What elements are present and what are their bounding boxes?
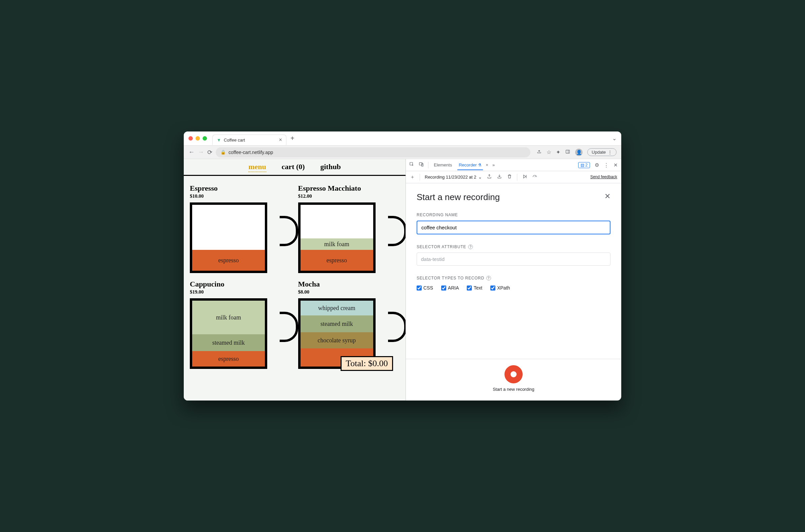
- product-title: Espresso: [190, 184, 291, 193]
- selector-attribute-label: SELECTOR ATTRIBUTE ?: [417, 245, 610, 249]
- url-input[interactable]: 🔒 coffee-cart.netlify.app: [216, 147, 530, 157]
- svg-rect-3: [419, 163, 422, 165]
- replay-speed-icon[interactable]: [532, 174, 537, 180]
- product-price: $12.00: [298, 193, 400, 199]
- tab-elements[interactable]: Elements: [433, 160, 453, 170]
- cup-illustration: milk foam espresso: [298, 203, 376, 273]
- chevron-down-icon: ⌄: [478, 174, 482, 179]
- recording-name-input[interactable]: [417, 221, 610, 234]
- extensions-icon[interactable]: ✦: [556, 149, 560, 155]
- close-tab-icon[interactable]: ×: [279, 137, 282, 143]
- selector-types-checks: CSS ARIA Text XPath: [417, 285, 610, 290]
- recorder-footer: Start a new recording: [406, 359, 621, 400]
- tab-recorder[interactable]: Recorder ⚗: [457, 160, 483, 170]
- bookmark-icon[interactable]: ☆: [547, 149, 551, 155]
- selector-types-label: SELECTOR TYPES TO RECORD ?: [417, 276, 610, 281]
- inspect-icon[interactable]: [409, 162, 415, 168]
- window-controls: [188, 136, 207, 140]
- url-text: coffee-cart.netlify.app: [228, 150, 273, 155]
- page-viewport: menu cart (0) github Espresso $10.00 esp…: [184, 159, 406, 400]
- products-grid: Espresso $10.00 espresso Espresso Macchi…: [184, 176, 405, 369]
- replay-icon[interactable]: [522, 174, 527, 180]
- product-title: Espresso Macchiato: [298, 184, 400, 193]
- cart-total-badge[interactable]: Total: $0.00: [341, 356, 393, 371]
- check-xpath[interactable]: XPath: [490, 285, 510, 290]
- recording-dropdown[interactable]: Recording 11/23/2022 at 2 ⌄: [425, 174, 482, 179]
- issues-badge[interactable]: ▤ 2: [578, 162, 590, 168]
- product-price: $19.00: [190, 289, 291, 295]
- cup-illustration: espresso: [190, 203, 267, 273]
- maximize-window-button[interactable]: [203, 136, 207, 140]
- help-icon[interactable]: ?: [468, 245, 473, 249]
- product-macchiato[interactable]: Espresso Macchiato $12.00 milk foam espr…: [298, 184, 400, 273]
- check-text[interactable]: Text: [467, 285, 482, 290]
- reload-button[interactable]: ⟳: [207, 149, 212, 156]
- start-recording-button[interactable]: [505, 365, 523, 383]
- close-devtools-icon[interactable]: ✕: [614, 162, 618, 168]
- recorder-form: ✕ Start a new recording RECORDING NAME S…: [406, 183, 621, 359]
- svg-rect-0: [566, 150, 570, 153]
- import-icon[interactable]: [497, 174, 502, 180]
- kebab-icon[interactable]: ⋮: [604, 162, 609, 168]
- lock-icon: 🔒: [220, 150, 226, 155]
- layer-steamed-milk: steamed milk: [300, 316, 373, 332]
- layer-espresso: espresso: [192, 351, 265, 366]
- help-icon[interactable]: ?: [486, 276, 491, 281]
- add-recording-icon[interactable]: ＋: [410, 174, 415, 180]
- cup-illustration: milk foam steamed milk espresso: [190, 298, 267, 369]
- flask-icon: ⚗: [478, 163, 481, 168]
- cup-handle: [388, 216, 406, 246]
- browser-titlebar: ▼ Coffee cart × + ⌄: [184, 132, 621, 146]
- layer-espresso: espresso: [300, 250, 373, 271]
- gear-icon[interactable]: ⚙: [594, 162, 599, 168]
- update-button[interactable]: Update ⋮: [587, 148, 617, 156]
- browser-window: ▼ Coffee cart × + ⌄ ← → ⟳ 🔒 coffee-cart.…: [184, 132, 621, 400]
- new-tab-button[interactable]: +: [290, 134, 294, 142]
- devtools-tabstrip: Elements Recorder ⚗ × » ▤ 2 ⚙ ⋮ ✕: [406, 159, 621, 171]
- layer-espresso: espresso: [192, 250, 265, 271]
- devtools-panel: Elements Recorder ⚗ × » ▤ 2 ⚙ ⋮ ✕: [406, 159, 621, 400]
- address-bar: ← → ⟳ 🔒 coffee-cart.netlify.app ☆ ✦ 👤 Up…: [184, 146, 621, 159]
- product-mocha[interactable]: Mocha $8.00 whipped cream steamed milk c…: [298, 280, 400, 369]
- start-recording-label: Start a new recording: [493, 387, 534, 392]
- nav-menu[interactable]: menu: [249, 163, 266, 172]
- nav-github[interactable]: github: [321, 163, 341, 172]
- back-button[interactable]: ←: [188, 149, 195, 156]
- send-feedback-link[interactable]: Send feedback: [590, 174, 617, 179]
- more-tabs-icon[interactable]: »: [492, 163, 495, 168]
- product-price: $8.00: [298, 289, 400, 295]
- close-window-button[interactable]: [188, 136, 193, 140]
- cup-handle: [280, 312, 298, 342]
- issue-icon: ▤: [581, 163, 584, 168]
- tabs-overflow-icon[interactable]: ⌄: [612, 135, 617, 141]
- layer-whipped-cream: whipped cream: [300, 301, 373, 316]
- selector-attribute-input[interactable]: [417, 252, 610, 266]
- product-espresso[interactable]: Espresso $10.00 espresso: [190, 184, 291, 273]
- share-icon[interactable]: [536, 149, 542, 156]
- device-toolbar-icon[interactable]: [419, 162, 424, 168]
- cup-handle: [280, 216, 298, 246]
- close-panel-icon[interactable]: ✕: [604, 192, 610, 201]
- check-css[interactable]: CSS: [417, 285, 433, 290]
- profile-avatar[interactable]: 👤: [575, 149, 583, 156]
- product-title: Mocha: [298, 280, 400, 288]
- kebab-icon: ⋮: [608, 150, 612, 155]
- layer-steamed-milk: steamed milk: [192, 334, 265, 351]
- check-aria[interactable]: ARIA: [441, 285, 459, 290]
- sidepanel-icon[interactable]: [565, 149, 570, 156]
- toolbar-icons: ☆ ✦ 👤 Update ⋮: [536, 148, 617, 156]
- recorder-toolbar: ＋ Recording 11/23/2022 at 2 ⌄: [406, 171, 621, 183]
- product-title: Cappucino: [190, 280, 291, 288]
- recording-name-label: RECORDING NAME: [417, 212, 610, 217]
- delete-icon[interactable]: [507, 174, 512, 180]
- product-price: $10.00: [190, 193, 291, 199]
- panel-title: Start a new recording: [417, 192, 610, 203]
- tab-title: Coffee cart: [224, 137, 245, 142]
- product-cappucino[interactable]: Cappucino $19.00 milk foam steamed milk …: [190, 280, 291, 369]
- nav-cart[interactable]: cart (0): [282, 163, 305, 172]
- forward-button[interactable]: →: [198, 149, 204, 156]
- browser-tab[interactable]: ▼ Coffee cart ×: [212, 134, 287, 145]
- export-icon[interactable]: [487, 174, 492, 180]
- close-tab-recorder-icon[interactable]: ×: [486, 163, 488, 168]
- minimize-window-button[interactable]: [196, 136, 200, 140]
